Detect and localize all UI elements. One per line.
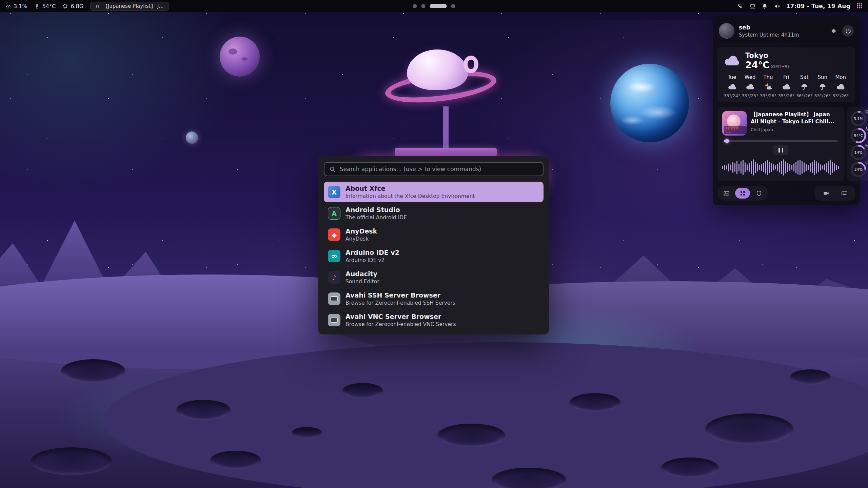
cpu-icon — [865, 109, 868, 113]
crater — [790, 369, 831, 385]
result-title: Arduino IDE v2 — [346, 249, 399, 256]
memory-stat: 6.8G — [62, 3, 83, 9]
user-avatar — [719, 23, 734, 39]
result-subtitle: AnyDesk — [346, 236, 377, 242]
result-about-xfce[interactable]: X About XfceInformation about the Xfce D… — [324, 182, 544, 202]
virtual-keyboard-button[interactable] — [838, 188, 850, 199]
cpu-gauge-icon — [5, 3, 11, 9]
track-title: 【Japanese Playlist】 Japan All Night - To… — [751, 111, 839, 125]
search-icon — [329, 166, 336, 172]
workspace-dot-4[interactable] — [451, 4, 455, 8]
image-icon — [723, 190, 730, 197]
result-avahi-ssh[interactable]: Avahi SSH Server BrowserBrowse for Zeroc… — [324, 288, 544, 309]
shield-icon — [756, 190, 762, 197]
crater — [570, 393, 620, 412]
track-subtitle: Chill Japan. — [751, 127, 839, 132]
result-title: AnyDesk — [346, 227, 377, 235]
weather-forecast: Tue33°/24° Wed35°/25° Thu33°/26° Fri35°/… — [723, 74, 850, 98]
thermometer-icon — [34, 3, 40, 9]
power-icon — [845, 28, 851, 34]
track-progress-bar[interactable] — [724, 140, 838, 142]
result-title: About Xfce — [346, 185, 475, 192]
result-subtitle: Information about the Xfce Desktop Envir… — [346, 193, 475, 199]
notification-bell-icon[interactable] — [762, 3, 768, 9]
forecast-day: Sun33°/26° — [813, 74, 831, 98]
weather-timezone: (GMT+9) — [771, 64, 789, 69]
weather-widget: Tokyo 24°C(GMT+9) Tue33°/24° Wed35°/25° … — [717, 47, 855, 102]
memory-value: 6.8G — [71, 3, 83, 9]
phone-icon[interactable] — [737, 3, 744, 9]
floating-cup — [407, 49, 468, 90]
app-grid-button[interactable] — [856, 2, 863, 10]
app-launcher: X About XfceInformation about the Xfce D… — [318, 156, 549, 334]
result-audacity[interactable]: ♪ AudacitySound Editor — [324, 267, 544, 288]
now-playing-pill[interactable]: 【Japanese Playlist】 J... — [90, 2, 169, 11]
result-title: Avahi VNC Server Browser — [346, 313, 456, 320]
result-android-studio[interactable]: A Android StudioThe official Android IDE — [324, 203, 544, 224]
forecast-weather-icon — [728, 82, 736, 91]
laptop-icon[interactable] — [749, 3, 756, 9]
result-avahi-vnc[interactable]: Avahi VNC Server BrowserBrowse for Zeroc… — [324, 310, 544, 330]
clock[interactable]: 17:09 - Tue, 19 Aug — [786, 3, 850, 9]
search-input[interactable] — [340, 166, 538, 172]
crater — [661, 458, 719, 478]
play-pause-button[interactable] — [773, 145, 788, 155]
small-moon — [186, 131, 198, 144]
screenshot-button[interactable] — [720, 188, 732, 199]
result-subtitle: Arduino IDE v2 — [346, 257, 399, 263]
apps-grid-icon — [739, 190, 746, 197]
user-card: seb System Uptime: 4h11m — [717, 21, 855, 42]
album-art: TOKYO L... — [722, 111, 747, 136]
video-camera-icon — [823, 190, 829, 197]
security-button[interactable] — [753, 188, 765, 199]
screen-record-button[interactable] — [820, 188, 832, 199]
system-gauges: 3.1% 54°C 14% 24% — [847, 107, 868, 181]
gear-icon — [865, 143, 868, 147]
forecast-day: Mon33°/26° — [832, 74, 850, 98]
result-title: Avahi SSH Server Browser — [346, 291, 455, 299]
username: seb — [739, 24, 799, 31]
app-launcher-button[interactable] — [735, 188, 750, 199]
quick-actions-left — [717, 186, 768, 201]
battery-gauge: 24% — [850, 161, 867, 178]
keyboard-icon — [841, 190, 848, 197]
workspace-indicator — [413, 4, 455, 8]
forecast-weather-icon — [800, 82, 809, 91]
forecast-day: Thu33°/26° — [759, 74, 777, 98]
forecast-day: Sat36°/26° — [795, 74, 813, 98]
result-subtitle: Browse for Zeroconf-enabled SSH Servers — [346, 300, 455, 306]
crater — [705, 413, 793, 445]
workspace-dot-2[interactable] — [421, 4, 426, 8]
forecast-day: Fri35°/26° — [777, 74, 795, 98]
volume-icon[interactable] — [774, 3, 780, 9]
grid-icon — [856, 2, 863, 9]
power-button[interactable] — [842, 25, 854, 37]
launcher-results: X About XfceInformation about the Xfce D… — [324, 182, 544, 330]
temperature-gauge: 54°C — [850, 127, 867, 144]
xfce-logo-icon: X — [328, 186, 340, 198]
forecast-weather-icon — [782, 82, 791, 91]
avahi-logo-icon — [328, 292, 340, 305]
crater — [292, 427, 322, 439]
android-studio-logo-icon: A — [328, 207, 340, 220]
launcher-search-bar[interactable] — [324, 162, 544, 176]
result-subtitle: The official Android IDE — [346, 215, 407, 221]
audacity-logo-icon: ♪ — [328, 271, 340, 284]
workspace-dot-3-active[interactable] — [430, 4, 447, 8]
crater — [31, 447, 112, 475]
arduino-logo-icon: ∞ — [328, 250, 340, 262]
crater — [437, 424, 505, 447]
forecast-day: Wed35°/25° — [741, 74, 759, 98]
memory-gauge: 14% — [850, 144, 867, 161]
settings-button[interactable] — [827, 25, 839, 37]
workspace-dot-1[interactable] — [413, 4, 417, 8]
temperature-stat: 54°C — [34, 3, 56, 9]
weather-city: Tokyo — [745, 52, 789, 60]
crater — [176, 400, 231, 420]
forecast-weather-icon — [818, 82, 827, 91]
earth-planet — [610, 64, 689, 142]
progress-handle[interactable] — [725, 139, 729, 143]
top-panel: 3.1% 54°C 6.8G 【Japanese Playlist】 J... — [0, 0, 868, 12]
result-arduino-ide[interactable]: ∞ Arduino IDE v2Arduino IDE v2 — [324, 246, 544, 266]
result-anydesk[interactable]: ◆ AnyDeskAnyDesk — [324, 224, 544, 245]
